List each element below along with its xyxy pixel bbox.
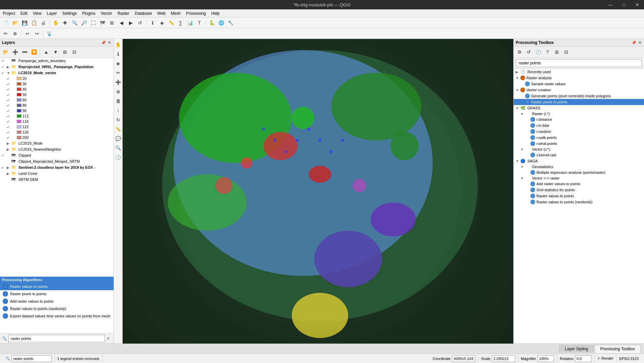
layer-expand-icon[interactable]: ▶ bbox=[7, 142, 11, 145]
search-clear-button[interactable]: ✕ bbox=[105, 335, 112, 342]
map-canvas[interactable] bbox=[123, 39, 513, 344]
algorithm-item[interactable]: Raster values to points (randomly) bbox=[0, 305, 114, 312]
move-up-button[interactable]: ▲ bbox=[42, 48, 51, 56]
pan-map-button[interactable]: ✚ bbox=[61, 18, 69, 27]
toolbox-group-item[interactable]: ▼Vector creation bbox=[514, 87, 644, 93]
toolbox-group-item[interactable]: ▼Raster analysis bbox=[514, 75, 644, 81]
save-project-button[interactable]: 💾 bbox=[20, 18, 29, 27]
toolbox-algorithm-item[interactable]: r.what.points bbox=[514, 141, 644, 147]
layers-pin-button[interactable]: 📌 bbox=[101, 40, 106, 45]
text-button[interactable]: T bbox=[195, 18, 204, 27]
undo-button[interactable]: ↩ bbox=[23, 29, 32, 38]
layer-item[interactable]: ✓▼📁LC2019_Mode_vector bbox=[0, 70, 114, 76]
maximize-button[interactable]: □ bbox=[617, 0, 631, 9]
menu-item-processing[interactable]: Processing bbox=[183, 10, 208, 16]
close-button[interactable]: ✕ bbox=[631, 0, 644, 9]
toolbox-algorithm-item[interactable]: v.kernel.rast bbox=[514, 152, 644, 158]
rotate-feature-button[interactable]: ↻ bbox=[114, 115, 123, 124]
menu-item-project[interactable]: Project bbox=[0, 10, 18, 16]
scale-input[interactable] bbox=[492, 355, 515, 362]
toolbox-settings-button[interactable]: ⚙ bbox=[515, 48, 524, 56]
zoom-tool-button[interactable]: 🔍 bbox=[114, 144, 123, 152]
toolbox-group-item[interactable]: ▼Raster (r.*) bbox=[514, 111, 644, 116]
field-calc-button[interactable]: ∑ bbox=[176, 18, 185, 27]
layer-item[interactable]: ✓60 bbox=[0, 97, 114, 103]
add-layer-button[interactable]: ➕ bbox=[11, 48, 19, 56]
processing-search-input[interactable] bbox=[8, 335, 105, 342]
add-feature-button[interactable]: ➕ bbox=[114, 78, 123, 87]
layer-item[interactable]: ✓126 bbox=[0, 129, 114, 135]
layer-checkbox[interactable]: ✓ bbox=[7, 98, 12, 102]
layer-checkbox[interactable]: ✓ bbox=[7, 93, 12, 97]
rotation-input[interactable] bbox=[575, 355, 592, 362]
magnifier-input[interactable] bbox=[537, 355, 554, 362]
layer-expand-icon[interactable]: ▶ bbox=[7, 166, 11, 169]
open-layer-button[interactable]: 📂 bbox=[1, 48, 10, 56]
gps-button[interactable]: 📡 bbox=[45, 29, 54, 38]
layer-checkbox[interactable]: ✓ bbox=[7, 82, 12, 86]
toolbox-refresh-button[interactable]: ↺ bbox=[524, 48, 533, 56]
layer-item[interactable]: ✓20 bbox=[0, 76, 114, 81]
layer-expand-icon[interactable]: ▼ bbox=[7, 71, 11, 75]
toolbox-search-input[interactable] bbox=[516, 59, 642, 67]
toolbox-pin-button[interactable]: 📌 bbox=[632, 40, 636, 45]
identify-button[interactable]: ℹ bbox=[148, 18, 157, 27]
python-button[interactable]: 🐍 bbox=[207, 18, 216, 27]
filter-layer-button[interactable]: 🔽 bbox=[29, 48, 38, 56]
layer-checkbox[interactable]: ✓ bbox=[1, 166, 7, 169]
bottom-tab-layer-styling[interactable]: Layer Styling bbox=[559, 345, 594, 353]
coordinate-input[interactable] bbox=[452, 355, 475, 362]
measure-tool-button[interactable]: 📏 bbox=[114, 125, 123, 134]
layer-checkbox[interactable]: ✓ bbox=[1, 65, 7, 69]
layer-checkbox[interactable]: ✓ bbox=[7, 104, 12, 107]
toolbox-algorithm-item[interactable]: Add raster values to points bbox=[514, 181, 644, 187]
globe-button[interactable]: 🌐 bbox=[217, 18, 226, 27]
menu-item-mesh[interactable]: Mesh bbox=[168, 10, 183, 16]
layer-item[interactable]: ✓122 bbox=[0, 124, 114, 129]
menu-item-web[interactable]: Web bbox=[154, 10, 168, 16]
toolbox-algorithm-item[interactable]: r.in.lidar bbox=[514, 122, 644, 128]
layer-checkbox[interactable]: ✓ bbox=[7, 109, 12, 113]
temporal-button[interactable]: 🕐 bbox=[114, 153, 123, 162]
layer-item[interactable]: ▶📁Land Cover bbox=[0, 170, 114, 176]
layer-item[interactable]: 🗺SRTM DEM bbox=[0, 176, 114, 183]
layer-checkbox[interactable]: ✓ bbox=[1, 59, 7, 63]
layer-checkbox[interactable]: ✓ bbox=[7, 120, 12, 123]
zoom-out-button[interactable]: 🔎 bbox=[79, 18, 88, 27]
layer-item[interactable]: 🗺Clipped_Reprojected_Merged_SRTM bbox=[0, 158, 114, 164]
toolbox-group-item[interactable]: ▶🕐Recently used bbox=[514, 69, 644, 75]
menu-item-view[interactable]: View bbox=[30, 10, 44, 16]
toolbox-group-item[interactable]: ▼Vector (v.*) bbox=[514, 147, 644, 152]
move-feature-button[interactable]: ↕ bbox=[114, 106, 123, 115]
select-button[interactable]: ◈ bbox=[157, 18, 166, 27]
toolbox-group-item[interactable]: ▼Geostatistics bbox=[514, 164, 644, 169]
menu-item-raster[interactable]: Raster bbox=[115, 10, 132, 16]
pan-tool-button[interactable]: ✋ bbox=[114, 40, 123, 49]
zoom-selection-button[interactable]: ⊞ bbox=[108, 18, 116, 27]
toolbox-algorithm-item[interactable]: r.random bbox=[514, 128, 644, 135]
menu-item-settings[interactable]: Settings bbox=[60, 10, 79, 16]
layer-item[interactable]: ✓▶📁Reprojected_HRSL_Pampanga_Population bbox=[0, 64, 114, 70]
expand-all-button[interactable]: ⊞ bbox=[61, 48, 69, 56]
toolbox-help-button[interactable]: ? bbox=[543, 48, 552, 56]
layer-item[interactable]: ▶📁LC2019_Mode bbox=[0, 140, 114, 146]
toolbox-expand-button[interactable]: ⊞ bbox=[553, 48, 561, 56]
toolbox-algorithm-item[interactable]: r.distance bbox=[514, 116, 644, 122]
zoom-in-button[interactable]: 🔍 bbox=[70, 18, 79, 27]
print-button[interactable]: 🖨 bbox=[39, 18, 48, 27]
toolbox-group-item[interactable]: ▼🔵SAGA bbox=[514, 158, 644, 164]
measure-button[interactable]: 📏 bbox=[167, 18, 176, 27]
menu-item-plugins[interactable]: Plugins bbox=[79, 10, 98, 16]
snap-button[interactable]: ⊕ bbox=[11, 29, 19, 38]
layer-expand-icon[interactable]: ▶ bbox=[7, 65, 11, 69]
layer-checkbox[interactable]: ✓ bbox=[7, 114, 12, 118]
minimize-button[interactable]: — bbox=[604, 0, 617, 9]
toolbox-algorithm-item[interactable]: Raster values to points (randomly) bbox=[514, 199, 644, 205]
algorithm-item[interactable]: Add raster values to points bbox=[0, 298, 114, 305]
menu-item-layer[interactable]: Layer bbox=[44, 10, 60, 16]
toolbox-algorithm-item[interactable]: Raster pixels to points bbox=[514, 99, 644, 105]
layer-checkbox[interactable]: ✓ bbox=[7, 88, 12, 91]
layer-item[interactable]: ✓▶📁Sentinel-2 cloudless layer for 2019 b… bbox=[0, 164, 114, 170]
layer-item[interactable]: ✓200 bbox=[0, 135, 114, 140]
new-project-button[interactable]: 📄 bbox=[1, 18, 10, 27]
